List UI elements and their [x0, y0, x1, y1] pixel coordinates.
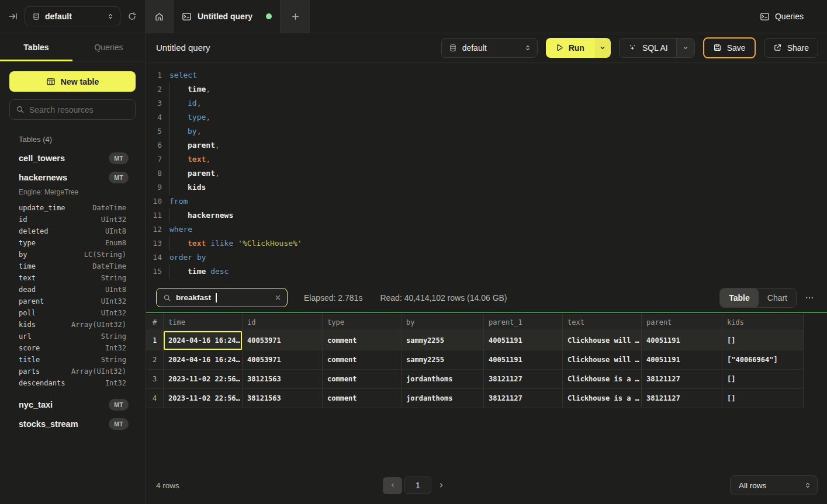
table-cell[interactable]: 40051191 [642, 350, 722, 370]
sidebar-search-input[interactable] [29, 105, 135, 114]
table-cell[interactable]: 38121127 [484, 370, 563, 389]
table-cell[interactable]: Clickhouse is a … [563, 389, 642, 408]
next-page-button[interactable] [434, 477, 449, 494]
elapsed-stat: Elapsed: 2.781s [304, 293, 362, 303]
share-button[interactable]: Share [764, 38, 818, 58]
terminal-icon [182, 12, 192, 22]
view-toggle-chart[interactable]: Chart [759, 289, 796, 307]
clear-search-icon[interactable] [275, 294, 281, 301]
table-cell[interactable]: jordanthoms [402, 370, 484, 389]
table-name: stocks_stream [19, 419, 109, 429]
table-cell[interactable]: sammy2255 [402, 350, 484, 370]
column-name: kids [19, 321, 71, 329]
collapse-sidebar-icon[interactable] [8, 12, 18, 21]
table-cell[interactable]: 38121127 [642, 389, 722, 408]
table-cell[interactable]: Clickhouse will … [563, 331, 642, 350]
table-row[interactable]: 22024-04-16 16:24…40053971commentsammy22… [146, 350, 804, 370]
table-item[interactable]: nyc_taxiMT [9, 395, 136, 414]
column-header[interactable]: text [563, 313, 642, 331]
table-cell[interactable]: 40053971 [243, 331, 323, 350]
table-row[interactable]: 42023-11-02 22:56…38121563commentjordant… [146, 389, 804, 408]
sql-ai-options-button[interactable] [676, 39, 694, 57]
column-row: partsArray(UInt32) [9, 366, 136, 377]
table-cell[interactable]: [] [722, 389, 804, 408]
column-row: deadUInt8 [9, 284, 136, 296]
column-header[interactable]: # [146, 313, 164, 331]
table-cell[interactable]: sammy2255 [402, 331, 484, 350]
column-row: urlString [9, 331, 136, 342]
table-cell[interactable]: comment [323, 370, 402, 389]
column-row: idUInt32 [9, 214, 136, 225]
code-token: select [169, 71, 197, 79]
query-database-select[interactable]: default [441, 38, 538, 58]
table-row[interactable]: 12024-04-16 16:24…40053971commentsammy22… [146, 331, 804, 350]
sidebar: Tables Queries New table Tables (4) cell… [0, 33, 146, 504]
refresh-icon[interactable] [127, 12, 137, 21]
sql-editor[interactable]: 123456789101112131415 selecttime,id,type… [146, 62, 827, 283]
column-row: scoreInt32 [9, 342, 136, 354]
table-cell[interactable]: 2023-11-02 22:56… [164, 370, 243, 389]
table-cell[interactable]: comment [323, 331, 402, 350]
column-name: time [19, 262, 92, 270]
queries-button[interactable]: Queries [760, 12, 804, 22]
sidebar-search[interactable] [9, 99, 136, 120]
code-token: , [206, 113, 210, 121]
table-cell[interactable]: jordanthoms [402, 389, 484, 408]
table-item[interactable]: cell_towersMT [9, 148, 136, 168]
column-row: pollUInt32 [9, 307, 136, 319]
column-header[interactable]: time [164, 313, 243, 331]
table-cell[interactable]: Clickhouse is a … [563, 370, 642, 389]
column-row: titleString [9, 354, 136, 366]
code-line: by, [169, 124, 827, 138]
table-cell[interactable]: [] [722, 331, 804, 350]
table-cell[interactable]: 38121563 [243, 370, 323, 389]
previous-page-button[interactable] [383, 477, 402, 494]
page-number-input[interactable]: 1 [404, 477, 431, 494]
table-cell[interactable]: Clickhouse will … [563, 350, 642, 370]
table-cell[interactable]: 38121563 [243, 389, 323, 408]
page-size-select[interactable]: All rows [730, 475, 818, 495]
table-cell[interactable]: 38121127 [642, 370, 722, 389]
table-row[interactable]: 32023-11-02 22:56…38121563commentjordant… [146, 370, 804, 389]
table-cell[interactable]: [] [722, 370, 804, 389]
column-header[interactable]: id [243, 313, 323, 331]
more-options-button[interactable] [801, 290, 818, 306]
column-header[interactable]: kids [722, 313, 804, 331]
new-table-button[interactable]: New table [9, 71, 136, 92]
code-token [206, 239, 210, 248]
new-tab-button[interactable] [281, 0, 310, 33]
home-tab[interactable] [146, 0, 173, 33]
sql-ai-button[interactable]: SQL AI [620, 39, 676, 57]
run-options-button[interactable] [595, 38, 611, 58]
run-button[interactable]: Run [546, 38, 595, 58]
table-cell[interactable]: 38121127 [484, 389, 563, 408]
table-cell[interactable]: 40051191 [642, 331, 722, 350]
tab-untitled-query[interactable]: Untitled query [173, 0, 281, 33]
table-cell[interactable]: 40051191 [484, 331, 563, 350]
share-label: Share [787, 43, 809, 53]
column-type: Array(UInt32) [71, 367, 126, 376]
table-cell[interactable]: 40053971 [243, 350, 323, 370]
table-cell[interactable]: 2024-04-16 16:24… [164, 331, 243, 350]
table-item[interactable]: hackernewsMT [9, 168, 136, 187]
column-type: String [101, 356, 126, 364]
table-cell[interactable]: comment [323, 350, 402, 370]
table-cell[interactable]: 2024-04-16 16:24… [164, 350, 243, 370]
engine-badge: MT [109, 172, 129, 183]
sidebar-tab-tables[interactable]: Tables [0, 33, 72, 61]
column-header[interactable]: parent [642, 313, 722, 331]
topbar-database-select[interactable]: default [25, 6, 120, 26]
table-cell[interactable]: 2023-11-02 22:56… [164, 389, 243, 408]
table-cell[interactable]: 40051191 [484, 350, 563, 370]
sidebar-tab-queries[interactable]: Queries [72, 33, 145, 61]
view-toggle-table[interactable]: Table [720, 289, 759, 307]
code-token: id [188, 99, 197, 107]
table-item[interactable]: stocks_streamMT [9, 414, 136, 433]
save-button[interactable]: Save [703, 37, 756, 58]
column-header[interactable]: parent_1 [484, 313, 563, 331]
table-cell[interactable]: ["40066964"] [722, 350, 804, 370]
column-header[interactable]: by [402, 313, 484, 331]
results-search-input[interactable]: breakfast [156, 288, 288, 307]
column-header[interactable]: type [323, 313, 402, 331]
table-cell[interactable]: comment [323, 389, 402, 408]
